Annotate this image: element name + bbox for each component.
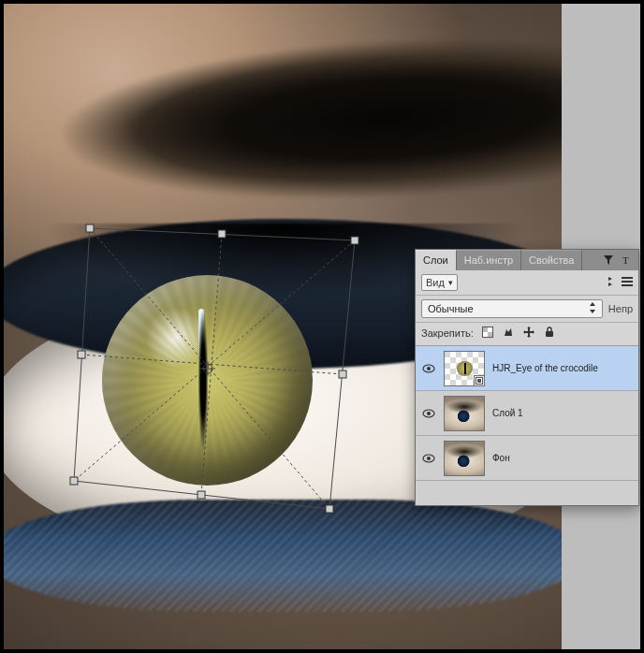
panel-tabs: Слои Наб.инстр Свойства T [416, 250, 638, 270]
svg-rect-10 [546, 331, 553, 337]
blend-row: Обычные Непр [416, 296, 638, 323]
svg-text:T: T [622, 254, 629, 266]
iris-highlight [198, 309, 204, 368]
layer-row[interactable]: Слой 1 [416, 391, 638, 436]
lock-transparency-icon[interactable] [481, 326, 494, 340]
svg-rect-14 [477, 379, 481, 383]
type-icon[interactable]: T [622, 254, 633, 266]
lock-all-icon[interactable] [543, 326, 556, 340]
tab-properties[interactable]: Свойства [521, 250, 582, 270]
blend-mode-value: Обычные [428, 303, 474, 314]
crocodile-iris-layer[interactable] [102, 275, 313, 486]
opacity-label: Непр [608, 303, 633, 314]
chevron-down-icon: ▾ [448, 278, 453, 287]
layer-row[interactable]: Фон [416, 436, 638, 481]
lock-label: Закрепить: [421, 327, 474, 339]
layer-filter-kind-dropdown[interactable]: Вид ▾ [421, 274, 458, 291]
filter-icon[interactable] [603, 254, 614, 266]
chevron-up-down-icon [589, 302, 596, 315]
smart-object-icon [474, 375, 485, 386]
lock-pixels-icon[interactable] [502, 326, 515, 340]
photo-lower-lashline [4, 500, 562, 612]
visibility-toggle[interactable] [421, 364, 436, 373]
filter-kind-label: Вид [426, 277, 445, 288]
layer-thumbnail[interactable] [444, 396, 485, 431]
layer-thumbnail[interactable] [444, 441, 485, 476]
panel-options-row: Вид ▾ [416, 270, 638, 296]
layer-thumbnail[interactable] [444, 351, 485, 386]
visibility-toggle[interactable] [421, 454, 436, 463]
svg-marker-3 [604, 255, 613, 265]
layer-name[interactable]: HJR_Eye of the crocodile [492, 363, 633, 373]
visibility-toggle[interactable] [421, 409, 436, 418]
svg-point-12 [427, 367, 431, 370]
svg-point-18 [427, 457, 431, 460]
layer-row[interactable]: HJR_Eye of the crocodile [416, 346, 638, 391]
blend-mode-dropdown[interactable]: Обычные [421, 299, 603, 318]
lock-row: Закрепить: [416, 323, 638, 346]
tab-presets[interactable]: Наб.инстр [457, 250, 521, 270]
svg-point-16 [427, 412, 431, 415]
panel-menu-icon[interactable] [622, 277, 633, 288]
layers-list-empty-area [416, 481, 638, 505]
layers-panel: Слои Наб.инстр Свойства T Вид ▾ [415, 249, 639, 506]
lock-position-icon[interactable] [522, 326, 535, 340]
layer-name[interactable]: Слой 1 [492, 408, 633, 418]
tab-layers[interactable]: Слои [416, 250, 457, 270]
layer-name[interactable]: Фон [492, 453, 633, 463]
layers-list: HJR_Eye of the crocodile Слой 1 Фон [416, 346, 638, 505]
chevrons-icon[interactable] [607, 276, 616, 289]
